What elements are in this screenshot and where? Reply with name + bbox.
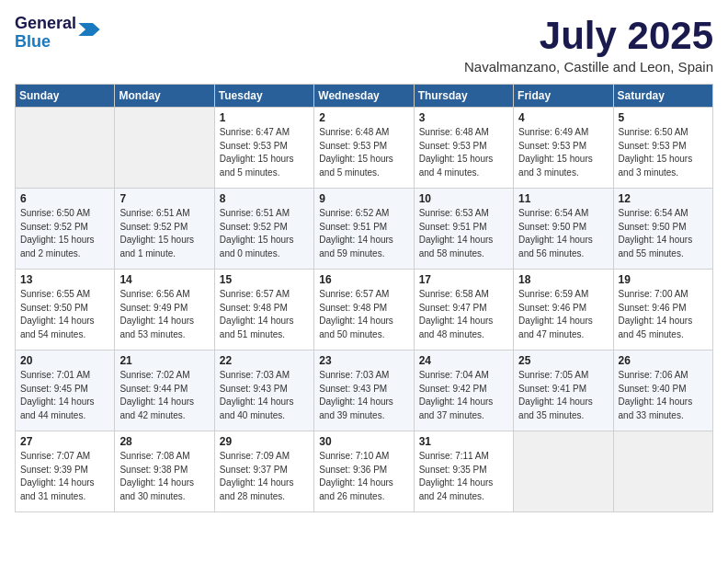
day-info: Sunrise: 7:04 AM Sunset: 9:42 PM Dayligh… (419, 369, 509, 422)
day-number: 4 (518, 111, 609, 124)
day-info: Sunrise: 6:53 AM Sunset: 9:51 PM Dayligh… (419, 207, 509, 260)
day-info: Sunrise: 6:57 AM Sunset: 9:48 PM Dayligh… (220, 288, 310, 341)
day-info: Sunrise: 6:55 AM Sunset: 9:50 PM Dayligh… (20, 288, 110, 341)
logo-text: GeneralBlue (15, 15, 76, 52)
day-info: Sunrise: 7:07 AM Sunset: 9:39 PM Dayligh… (20, 450, 110, 503)
day-number: 7 (119, 192, 210, 205)
day-number: 1 (220, 111, 310, 124)
day-number: 13 (20, 273, 110, 286)
column-header-thursday: Thursday (414, 85, 513, 108)
calendar-cell: 12Sunrise: 6:54 AM Sunset: 9:50 PM Dayli… (613, 189, 712, 270)
day-number: 15 (220, 273, 310, 286)
calendar-table: SundayMondayTuesdayWednesdayThursdayFrid… (15, 84, 713, 512)
day-info: Sunrise: 7:01 AM Sunset: 9:45 PM Dayligh… (20, 369, 110, 422)
week-row-5: 27Sunrise: 7:07 AM Sunset: 9:39 PM Dayli… (16, 431, 713, 512)
day-number: 8 (220, 192, 310, 205)
calendar-cell: 15Sunrise: 6:57 AM Sunset: 9:48 PM Dayli… (214, 270, 313, 350)
week-row-3: 13Sunrise: 6:55 AM Sunset: 9:50 PM Dayli… (16, 270, 713, 350)
month-title: July 2025 (464, 15, 713, 57)
day-number: 31 (419, 435, 509, 448)
day-number: 3 (419, 111, 509, 124)
day-info: Sunrise: 6:52 AM Sunset: 9:51 PM Dayligh… (319, 207, 409, 260)
day-number: 11 (518, 192, 609, 205)
calendar-cell: 29Sunrise: 7:09 AM Sunset: 9:37 PM Dayli… (214, 431, 313, 512)
day-number: 14 (119, 273, 210, 286)
calendar-cell: 17Sunrise: 6:58 AM Sunset: 9:47 PM Dayli… (414, 270, 513, 350)
day-number: 30 (319, 435, 409, 448)
calendar-cell (613, 431, 712, 512)
calendar-cell: 25Sunrise: 7:05 AM Sunset: 9:41 PM Dayli… (514, 350, 613, 431)
day-number: 26 (619, 354, 709, 367)
day-info: Sunrise: 6:51 AM Sunset: 9:52 PM Dayligh… (119, 207, 210, 260)
week-row-1: 1Sunrise: 6:47 AM Sunset: 9:53 PM Daylig… (16, 108, 713, 189)
day-number: 10 (419, 192, 509, 205)
day-info: Sunrise: 6:54 AM Sunset: 9:50 PM Dayligh… (518, 207, 609, 260)
column-header-monday: Monday (115, 85, 214, 108)
day-number: 17 (419, 273, 509, 286)
day-number: 29 (220, 435, 310, 448)
calendar-cell (514, 431, 613, 512)
day-number: 16 (319, 273, 409, 286)
day-number: 27 (20, 435, 110, 448)
calendar-cell: 20Sunrise: 7:01 AM Sunset: 9:45 PM Dayli… (16, 350, 115, 431)
day-info: Sunrise: 6:48 AM Sunset: 9:53 PM Dayligh… (319, 126, 409, 179)
calendar-cell: 24Sunrise: 7:04 AM Sunset: 9:42 PM Dayli… (414, 350, 513, 431)
calendar-cell: 1Sunrise: 6:47 AM Sunset: 9:53 PM Daylig… (214, 108, 313, 189)
day-number: 21 (119, 354, 210, 367)
day-number: 6 (20, 192, 110, 205)
calendar-cell: 2Sunrise: 6:48 AM Sunset: 9:53 PM Daylig… (314, 108, 414, 189)
calendar-body: 1Sunrise: 6:47 AM Sunset: 9:53 PM Daylig… (16, 108, 713, 512)
calendar-cell: 8Sunrise: 6:51 AM Sunset: 9:52 PM Daylig… (214, 189, 313, 270)
column-header-wednesday: Wednesday (314, 85, 414, 108)
calendar-header-row: SundayMondayTuesdayWednesdayThursdayFrid… (16, 85, 713, 108)
calendar-cell: 26Sunrise: 7:06 AM Sunset: 9:40 PM Dayli… (613, 350, 712, 431)
calendar-cell: 27Sunrise: 7:07 AM Sunset: 9:39 PM Dayli… (16, 431, 115, 512)
day-info: Sunrise: 6:51 AM Sunset: 9:52 PM Dayligh… (220, 207, 310, 260)
day-info: Sunrise: 6:48 AM Sunset: 9:53 PM Dayligh… (419, 126, 509, 179)
calendar-cell: 9Sunrise: 6:52 AM Sunset: 9:51 PM Daylig… (314, 189, 414, 270)
day-number: 12 (619, 192, 709, 205)
day-info: Sunrise: 7:02 AM Sunset: 9:44 PM Dayligh… (119, 369, 210, 422)
column-header-sunday: Sunday (16, 85, 115, 108)
day-number: 9 (319, 192, 409, 205)
day-info: Sunrise: 6:56 AM Sunset: 9:49 PM Dayligh… (119, 288, 210, 341)
day-info: Sunrise: 6:49 AM Sunset: 9:53 PM Dayligh… (518, 126, 609, 179)
column-header-saturday: Saturday (613, 85, 712, 108)
calendar-cell: 16Sunrise: 6:57 AM Sunset: 9:48 PM Dayli… (314, 270, 414, 350)
day-number: 22 (220, 354, 310, 367)
day-number: 5 (619, 111, 709, 124)
calendar-cell: 19Sunrise: 7:00 AM Sunset: 9:46 PM Dayli… (613, 270, 712, 350)
day-info: Sunrise: 7:05 AM Sunset: 9:41 PM Dayligh… (518, 369, 609, 422)
day-info: Sunrise: 6:50 AM Sunset: 9:52 PM Dayligh… (20, 207, 110, 260)
location-subtitle: Navalmanzano, Castille and Leon, Spain (464, 59, 713, 75)
calendar-cell: 10Sunrise: 6:53 AM Sunset: 9:51 PM Dayli… (414, 189, 513, 270)
day-info: Sunrise: 7:06 AM Sunset: 9:40 PM Dayligh… (619, 369, 709, 422)
day-info: Sunrise: 6:47 AM Sunset: 9:53 PM Dayligh… (220, 126, 310, 179)
day-number: 2 (319, 111, 409, 124)
calendar-cell: 6Sunrise: 6:50 AM Sunset: 9:52 PM Daylig… (16, 189, 115, 270)
calendar-cell: 3Sunrise: 6:48 AM Sunset: 9:53 PM Daylig… (414, 108, 513, 189)
calendar-cell: 22Sunrise: 7:03 AM Sunset: 9:43 PM Dayli… (214, 350, 313, 431)
calendar-cell: 30Sunrise: 7:10 AM Sunset: 9:36 PM Dayli… (314, 431, 414, 512)
column-header-tuesday: Tuesday (214, 85, 313, 108)
calendar-cell: 4Sunrise: 6:49 AM Sunset: 9:53 PM Daylig… (514, 108, 613, 189)
calendar-cell (16, 108, 115, 189)
title-block: July 2025 Navalmanzano, Castille and Leo… (464, 15, 713, 75)
logo-icon (78, 23, 100, 36)
day-info: Sunrise: 6:58 AM Sunset: 9:47 PM Dayligh… (419, 288, 509, 341)
day-info: Sunrise: 6:50 AM Sunset: 9:53 PM Dayligh… (619, 126, 709, 179)
column-header-friday: Friday (514, 85, 613, 108)
day-number: 24 (419, 354, 509, 367)
calendar-cell: 7Sunrise: 6:51 AM Sunset: 9:52 PM Daylig… (115, 189, 214, 270)
day-info: Sunrise: 6:59 AM Sunset: 9:46 PM Dayligh… (518, 288, 609, 341)
page-header: GeneralBlue July 2025 Navalmanzano, Cast… (15, 15, 713, 75)
logo: GeneralBlue (15, 15, 100, 52)
calendar-cell: 18Sunrise: 6:59 AM Sunset: 9:46 PM Dayli… (514, 270, 613, 350)
svg-marker-0 (78, 23, 99, 36)
calendar-cell: 11Sunrise: 6:54 AM Sunset: 9:50 PM Dayli… (514, 189, 613, 270)
calendar-cell: 21Sunrise: 7:02 AM Sunset: 9:44 PM Dayli… (115, 350, 214, 431)
week-row-4: 20Sunrise: 7:01 AM Sunset: 9:45 PM Dayli… (16, 350, 713, 431)
day-info: Sunrise: 6:54 AM Sunset: 9:50 PM Dayligh… (619, 207, 709, 260)
calendar-cell: 5Sunrise: 6:50 AM Sunset: 9:53 PM Daylig… (613, 108, 712, 189)
day-info: Sunrise: 7:03 AM Sunset: 9:43 PM Dayligh… (220, 369, 310, 422)
